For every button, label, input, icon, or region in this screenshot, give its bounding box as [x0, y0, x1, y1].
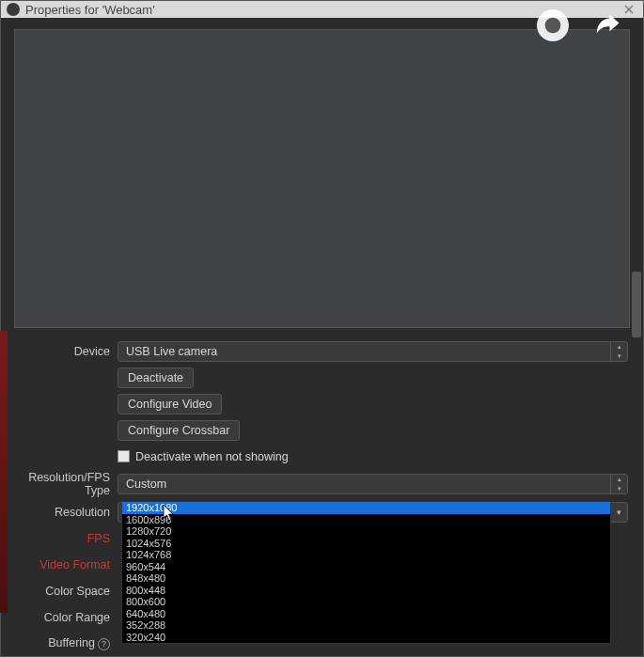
resolution-option[interactable]: 640x480 [122, 608, 610, 620]
color-space-label: Color Space [16, 585, 118, 598]
video-overlay-controls [537, 9, 623, 41]
properties-dialog: Properties for 'Webcam' Device USB Live … [0, 0, 644, 657]
resolution-option[interactable]: 352x288 [122, 619, 610, 632]
vertical-scrollbar[interactable] [631, 39, 642, 619]
device-dropdown[interactable]: USB Live camera ▴▾ [118, 341, 628, 362]
deactivate-button[interactable]: Deactivate [118, 368, 194, 388]
resolution-option[interactable]: 800x600 [122, 596, 610, 608]
res-fps-type-dropdown[interactable]: Custom ▴▾ [118, 474, 628, 494]
resolution-option[interactable]: 1920x1080 [122, 502, 610, 514]
resolution-option[interactable]: 320x240 [122, 632, 610, 644]
configure-crossbar-button[interactable]: Configure Crossbar [118, 420, 240, 441]
video-format-label: Video Format [16, 558, 118, 571]
resolution-option[interactable]: 960x544 [122, 561, 610, 573]
resolution-options-list[interactable]: 1920x10801600x8961280x7201024x5761024x76… [121, 501, 611, 644]
configure-video-button[interactable]: Configure Video [118, 394, 222, 415]
deactivate-when-not-showing-checkbox[interactable] [118, 450, 130, 462]
resolution-option[interactable]: 1600x896 [122, 514, 610, 526]
share-button[interactable] [591, 9, 623, 41]
device-label: Device [16, 345, 118, 358]
app-icon [7, 3, 20, 16]
dialog-body: Device USB Live camera ▴▾ Deactivate Con… [1, 18, 643, 657]
resolution-label: Resolution [16, 506, 118, 519]
deactivate-checkbox-label: Deactivate when not showing [135, 450, 289, 463]
help-icon[interactable]: ? [98, 638, 110, 650]
buffering-label: Buffering? [16, 636, 118, 650]
scrollbar-thumb[interactable] [632, 272, 641, 337]
resolution-option[interactable]: 1280x720 [122, 525, 610, 538]
resolution-option[interactable]: 1024x576 [122, 538, 610, 550]
watch-later-button[interactable] [537, 9, 569, 41]
device-value: USB Live camera [126, 345, 217, 358]
resolution-option[interactable]: 1024x768 [122, 549, 610, 561]
stepper-icon: ▴▾ [610, 475, 627, 493]
resolution-option[interactable]: 800x448 [122, 585, 610, 597]
res-fps-type-label: Resolution/FPS Type [16, 471, 118, 497]
chevron-down-icon: ▾ [617, 508, 621, 517]
video-preview [14, 29, 630, 328]
resolution-option[interactable]: 848x480 [122, 572, 610, 585]
fps-label: FPS [16, 532, 118, 545]
window-title: Properties for 'Webcam' [25, 3, 620, 17]
stepper-icon: ▴▾ [610, 342, 627, 361]
res-fps-type-value: Custom [126, 477, 166, 491]
settings-form: Device USB Live camera ▴▾ Deactivate Con… [10, 339, 634, 657]
color-range-label: Color Range [16, 611, 118, 624]
background-edge [0, 331, 8, 613]
